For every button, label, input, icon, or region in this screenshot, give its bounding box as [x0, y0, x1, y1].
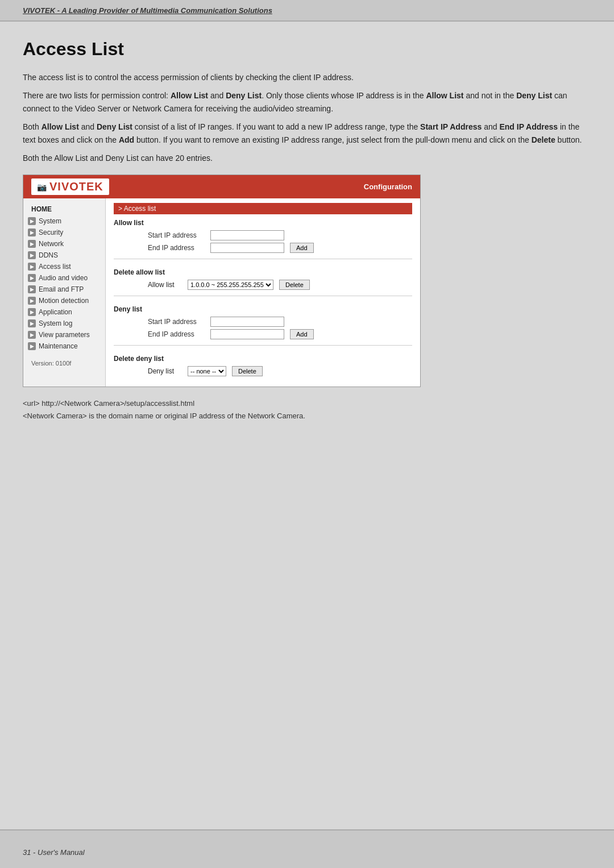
sidebar-item-view-params[interactable]: ▶ View parameters	[23, 329, 105, 340]
delete-allow-row: Allow list 1.0.0.0 ~ 255.255.255.255 Del…	[114, 280, 412, 290]
sidebar-label-maintenance: Maintenance	[39, 342, 78, 350]
url-info: <url> http://<Network Camera>/setup/acce…	[23, 397, 591, 422]
allow-start-label: Start IP address	[148, 231, 210, 239]
company-tagline: VIVOTEK - A Leading Provider of Multimed…	[23, 6, 272, 15]
sidebar-label-network: Network	[39, 240, 64, 248]
arrow-icon-application: ▶	[28, 308, 36, 316]
sidebar-label-email-ftp: Email and FTP	[39, 285, 84, 293]
url-line2: <Network Camera> is the domain name or o…	[23, 410, 591, 422]
arrow-icon-view-params: ▶	[28, 331, 36, 339]
deny-start-label: Start IP address	[148, 318, 210, 326]
delete-deny-button[interactable]: Delete	[232, 366, 263, 376]
arrow-icon-syslog: ▶	[28, 319, 36, 327]
allow-list-dropdown[interactable]: 1.0.0.0 ~ 255.255.255.255	[188, 280, 273, 290]
delete-deny-section: Delete deny list Deny list -- none -- De…	[114, 345, 412, 376]
deny-end-input[interactable]	[210, 329, 284, 339]
deny-end-row: End IP address Add	[114, 329, 412, 339]
arrow-icon-system: ▶	[28, 217, 36, 225]
sidebar-label-view-params: View parameters	[39, 331, 90, 339]
sidebar-version: Version: 0100f	[23, 356, 105, 370]
sidebar-label-ddns: DDNS	[39, 251, 58, 259]
sidebar-label-access-list: Access list	[39, 263, 71, 271]
arrow-icon-ddns: ▶	[28, 251, 36, 259]
arrow-icon-security: ▶	[28, 229, 36, 236]
allow-end-label: End IP address	[148, 244, 210, 252]
deny-list-label: Deny list	[148, 367, 188, 375]
deny-list-dropdown[interactable]: -- none --	[188, 366, 226, 376]
interface-header: 📷 VIVOTEK Configuration	[23, 175, 420, 198]
interface-box: 📷 VIVOTEK Configuration HOME ▶ System ▶	[23, 175, 421, 387]
vivotek-logo: 📷 VIVOTEK	[31, 178, 109, 195]
allow-list-header: Allow list	[114, 219, 412, 227]
sidebar-label-motion: Motion detection	[39, 297, 89, 305]
top-header: VIVOTEK - A Leading Provider of Multimed…	[0, 0, 614, 22]
sidebar-item-application[interactable]: ▶ Application	[23, 306, 105, 318]
deny-end-label: End IP address	[148, 330, 210, 338]
arrow-icon-access-list: ▶	[28, 263, 36, 271]
main-panel: > Access list Allow list Start IP addres…	[106, 198, 420, 387]
sidebar-item-system[interactable]: ▶ System	[23, 215, 105, 227]
url-line1: <url> http://<Network Camera>/setup/acce…	[23, 397, 591, 410]
allow-start-input[interactable]	[210, 230, 284, 240]
sidebar-item-access-list[interactable]: ▶ Access list	[23, 261, 105, 272]
arrow-icon-email-ftp: ▶	[28, 285, 36, 293]
sidebar-item-email-ftp[interactable]: ▶ Email and FTP	[23, 284, 105, 295]
description-block: The access list is to control the access…	[23, 71, 591, 164]
arrow-icon-maintenance: ▶	[28, 342, 36, 350]
sidebar-label-audio-video: Audio and video	[39, 274, 88, 282]
config-label: Configuration	[364, 182, 412, 191]
deny-start-row: Start IP address	[114, 317, 412, 327]
arrow-icon-network: ▶	[28, 240, 36, 248]
sidebar-home[interactable]: HOME	[23, 203, 105, 215]
delete-allow-header: Delete allow list	[114, 268, 412, 276]
arrow-icon-motion: ▶	[28, 297, 36, 305]
desc1: The access list is to control the access…	[23, 71, 591, 84]
sidebar-item-network[interactable]: ▶ Network	[23, 238, 105, 250]
delete-allow-section: Delete allow list Allow list 1.0.0.0 ~ 2…	[114, 259, 412, 290]
sidebar-item-syslog[interactable]: ▶ System log	[23, 318, 105, 329]
add-allow-button[interactable]: Add	[290, 243, 314, 253]
bottom-bar: 31 - User's Manual	[0, 829, 614, 868]
delete-deny-header: Delete deny list	[114, 355, 412, 363]
allow-end-input[interactable]	[210, 243, 284, 253]
sidebar: HOME ▶ System ▶ Security ▶ Network ▶	[23, 198, 106, 387]
sidebar-item-maintenance[interactable]: ▶ Maintenance	[23, 340, 105, 352]
desc2: There are two lists for permission contr…	[23, 89, 591, 115]
delete-allow-button[interactable]: Delete	[279, 280, 310, 290]
allow-end-row: End IP address Add	[114, 243, 412, 253]
desc4: Both the Allow List and Deny List can ha…	[23, 152, 591, 164]
deny-start-input[interactable]	[210, 317, 284, 327]
logo-text: VIVOTEK	[49, 180, 103, 193]
main-content: Access List The access list is to contro…	[0, 22, 614, 829]
sidebar-item-security[interactable]: ▶ Security	[23, 227, 105, 238]
sidebar-label-system: System	[39, 217, 61, 225]
allow-list-label: Allow list	[148, 281, 188, 289]
sidebar-item-audio-video[interactable]: ▶ Audio and video	[23, 272, 105, 284]
page-title: Access List	[23, 39, 591, 60]
deny-section: Deny list Start IP address End IP addres…	[114, 296, 412, 376]
desc3: Both Allow List and Deny List consist of…	[23, 121, 591, 146]
interface-body: HOME ▶ System ▶ Security ▶ Network ▶	[23, 198, 420, 387]
sidebar-item-ddns[interactable]: ▶ DDNS	[23, 250, 105, 261]
sidebar-label-application: Application	[39, 308, 72, 316]
deny-list-header: Deny list	[114, 305, 412, 313]
breadcrumb: > Access list	[114, 203, 412, 214]
arrow-icon-audio-video: ▶	[28, 274, 36, 282]
sidebar-label-security: Security	[39, 229, 63, 236]
logo-area: 📷 VIVOTEK	[31, 178, 364, 195]
page-number: 31 - User's Manual	[23, 848, 85, 857]
allow-start-row: Start IP address	[114, 230, 412, 240]
sidebar-item-motion[interactable]: ▶ Motion detection	[23, 295, 105, 306]
sidebar-label-syslog: System log	[39, 319, 72, 327]
camera-icon: 📷	[37, 182, 47, 192]
add-deny-button[interactable]: Add	[290, 329, 314, 339]
delete-deny-row: Deny list -- none -- Delete	[114, 366, 412, 376]
